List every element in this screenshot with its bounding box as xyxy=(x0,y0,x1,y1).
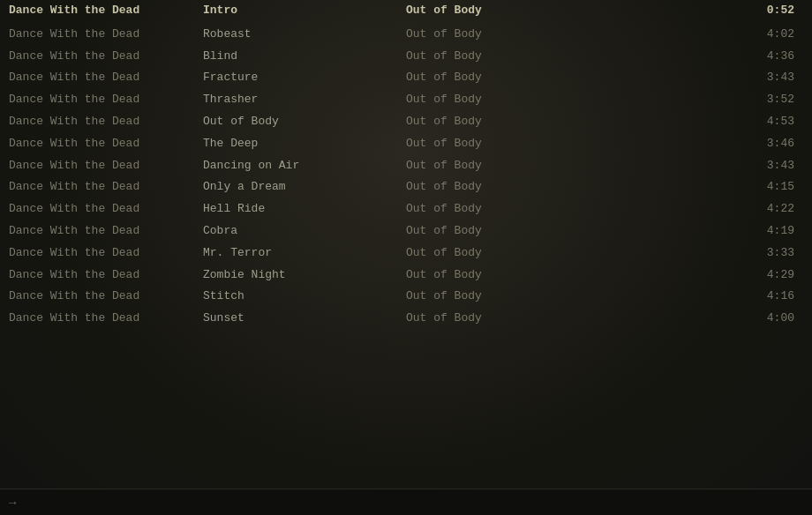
track-duration: 3:52 xyxy=(565,91,803,109)
arrow-icon: → xyxy=(9,496,16,510)
track-artist: Dance With the Dead xyxy=(9,310,203,328)
track-artist: Dance With the Dead xyxy=(9,244,203,263)
track-album: Out of Body xyxy=(406,26,565,44)
track-row[interactable]: Dance With the DeadThrasherOut of Body3:… xyxy=(0,89,812,111)
bottom-bar: → xyxy=(0,489,812,515)
track-duration: 4:00 xyxy=(565,310,803,328)
track-album: Out of Body xyxy=(406,244,565,263)
track-artist: Dance With the Dead xyxy=(9,222,203,241)
track-row[interactable]: Dance With the DeadStitchOut of Body4:16 xyxy=(0,286,812,308)
track-duration: 4:02 xyxy=(565,26,803,44)
track-title: Zombie Night xyxy=(203,266,406,285)
track-title: The Deep xyxy=(203,135,406,153)
track-artist: Dance With the Dead xyxy=(9,48,203,66)
track-title: Only a Dream xyxy=(203,178,406,197)
track-album: Out of Body xyxy=(406,178,565,197)
track-artist: Dance With the Dead xyxy=(9,157,203,175)
track-album: Out of Body xyxy=(406,157,565,175)
track-title: Fracture xyxy=(203,69,406,87)
track-row[interactable]: Dance With the DeadMr. TerrorOut of Body… xyxy=(0,243,812,265)
track-row[interactable]: Dance With the DeadSunsetOut of Body4:00 xyxy=(0,308,812,330)
track-album: Out of Body xyxy=(406,91,565,109)
track-duration: 4:15 xyxy=(565,178,803,197)
track-album: Out of Body xyxy=(406,222,565,241)
track-album: Out of Body xyxy=(406,310,565,328)
track-artist: Dance With the Dead xyxy=(9,26,203,44)
track-duration: 3:43 xyxy=(565,69,803,87)
track-row[interactable]: Dance With the DeadOut of BodyOut of Bod… xyxy=(0,111,812,133)
track-title: Cobra xyxy=(203,222,406,241)
track-artist: Dance With the Dead xyxy=(9,91,203,109)
track-duration: 3:46 xyxy=(565,135,803,153)
track-album: Out of Body xyxy=(406,200,565,219)
track-artist: Dance With the Dead xyxy=(9,178,203,197)
track-album: Out of Body xyxy=(406,48,565,66)
track-title: Stitch xyxy=(203,287,406,306)
track-row[interactable]: Dance With the DeadDancing on AirOut of … xyxy=(0,155,812,177)
track-row[interactable]: Dance With the DeadZombie NightOut of Bo… xyxy=(0,265,812,287)
track-list-header: Dance With the Dead Intro Out of Body 0:… xyxy=(0,0,812,22)
header-intro: Intro xyxy=(203,2,406,20)
track-row[interactable]: Dance With the DeadRobeastOut of Body4:0… xyxy=(0,24,812,46)
track-row[interactable]: Dance With the DeadThe DeepOut of Body3:… xyxy=(0,133,812,155)
track-title: Hell Ride xyxy=(203,200,406,219)
track-duration: 4:19 xyxy=(565,222,803,241)
track-artist: Dance With the Dead xyxy=(9,113,203,131)
track-row[interactable]: Dance With the DeadHell RideOut of Body4… xyxy=(0,198,812,220)
track-title: Dancing on Air xyxy=(203,157,406,175)
track-artist: Dance With the Dead xyxy=(9,200,203,219)
track-row[interactable]: Dance With the DeadBlindOut of Body4:36 xyxy=(0,46,812,68)
header-artist: Dance With the Dead xyxy=(9,2,203,20)
track-album: Out of Body xyxy=(406,266,565,285)
track-duration: 4:29 xyxy=(565,266,803,285)
track-row[interactable]: Dance With the DeadFractureOut of Body3:… xyxy=(0,67,812,89)
track-duration: 4:53 xyxy=(565,113,803,131)
track-title: Blind xyxy=(203,48,406,66)
track-artist: Dance With the Dead xyxy=(9,69,203,87)
track-album: Out of Body xyxy=(406,287,565,306)
track-album: Out of Body xyxy=(406,135,565,153)
track-row[interactable]: Dance With the DeadOnly a DreamOut of Bo… xyxy=(0,176,812,198)
track-row[interactable]: Dance With the DeadCobraOut of Body4:19 xyxy=(0,220,812,243)
track-title: Out of Body xyxy=(203,113,406,131)
track-duration: 4:36 xyxy=(565,48,803,66)
track-album: Out of Body xyxy=(406,113,565,131)
track-artist: Dance With the Dead xyxy=(9,287,203,306)
track-title: Mr. Terror xyxy=(203,244,406,263)
track-duration: 4:22 xyxy=(565,200,803,219)
track-album: Out of Body xyxy=(406,69,565,87)
track-artist: Dance With the Dead xyxy=(9,266,203,285)
header-duration: 0:52 xyxy=(565,2,803,20)
track-artist: Dance With the Dead xyxy=(9,135,203,153)
track-duration: 3:43 xyxy=(565,157,803,175)
header-album: Out of Body xyxy=(406,2,565,20)
track-title: Sunset xyxy=(203,310,406,328)
track-title: Robeast xyxy=(203,26,406,44)
track-duration: 4:16 xyxy=(565,287,803,306)
track-title: Thrasher xyxy=(203,91,406,109)
track-duration: 3:33 xyxy=(565,244,803,263)
track-list: Dance With the Dead Intro Out of Body 0:… xyxy=(0,0,812,330)
